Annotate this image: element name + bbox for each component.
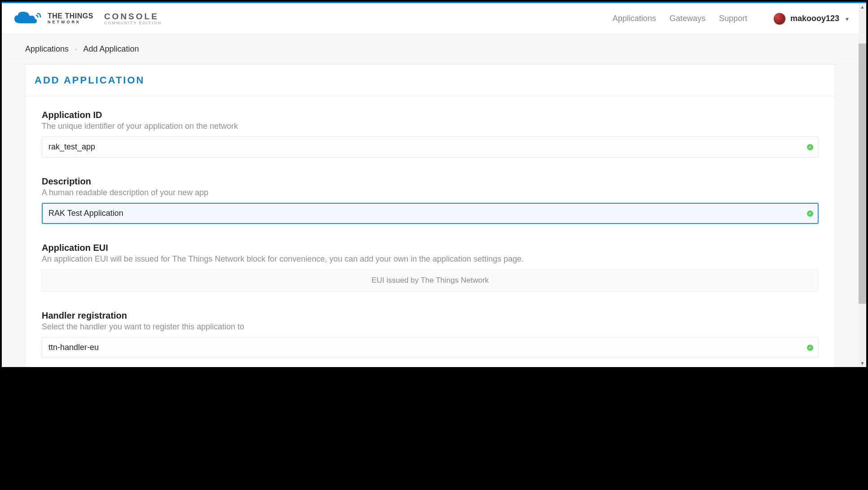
nav-support[interactable]: Support (719, 14, 747, 23)
field-application-id: Application ID The unique identifier of … (42, 110, 819, 158)
user-menu[interactable]: makoooy123 ▾ (773, 13, 849, 25)
check-icon (807, 345, 813, 351)
input-application-id[interactable] (42, 136, 819, 158)
breadcrumb-add-application: Add Application (83, 44, 139, 54)
breadcrumb-bar: Applications › Add Application (2, 35, 859, 64)
nav-applications[interactable]: Applications (613, 14, 656, 23)
scroll-up-icon[interactable]: ▲ (859, 3, 866, 11)
select-handler[interactable]: ttn-handler-eu (42, 337, 819, 358)
help-handler: Select the handler you want to register … (42, 322, 819, 332)
nav-gateways[interactable]: Gateways (670, 14, 706, 23)
page-title: ADD APPLICATION (26, 65, 835, 96)
logo[interactable]: THE THINGS NETWORK CONSOLE COMMUNITY EDI… (12, 10, 162, 28)
username: makoooy123 (790, 14, 839, 23)
field-handler: Handler registration Select the handler … (42, 311, 819, 358)
card-body: Application ID The unique identifier of … (26, 96, 835, 367)
nav-links: Applications Gateways Support makoooy123… (613, 13, 849, 25)
avatar (773, 13, 786, 25)
console-title: CONSOLE (104, 12, 162, 21)
scrollbar[interactable]: ▲ ▼ (859, 3, 866, 367)
logo-text: THE THINGS NETWORK (48, 13, 93, 24)
field-description: Description A human readable description… (42, 176, 819, 224)
help-description: A human readable description of your new… (42, 188, 819, 197)
check-icon (807, 210, 813, 217)
readonly-eui: EUI issued by The Things Network (42, 269, 819, 292)
label-application-id: Application ID (42, 110, 819, 120)
check-icon (807, 144, 813, 150)
card: ADD APPLICATION Application ID The uniqu… (25, 64, 835, 367)
chevron-right-icon: › (75, 46, 77, 52)
help-application-id: The unique identifier of your applicatio… (42, 122, 819, 131)
scrollbar-thumb[interactable] (859, 44, 866, 304)
console-text: CONSOLE COMMUNITY EDITION (104, 12, 162, 25)
breadcrumb-applications[interactable]: Applications (25, 44, 69, 54)
console-sub: COMMUNITY EDITION (104, 21, 162, 25)
input-description[interactable] (42, 203, 819, 224)
label-handler: Handler registration (42, 311, 819, 321)
scroll-down-icon[interactable]: ▼ (859, 359, 866, 367)
header: THE THINGS NETWORK CONSOLE COMMUNITY EDI… (2, 3, 859, 35)
logo-brand: THE THINGS (48, 13, 93, 20)
cloud-icon (12, 10, 43, 28)
page-body: ADD APPLICATION Application ID The uniqu… (2, 64, 859, 367)
app-viewport: THE THINGS NETWORK CONSOLE COMMUNITY EDI… (2, 2, 866, 367)
select-handler-value: ttn-handler-eu (48, 343, 99, 352)
logo-sub: NETWORK (48, 20, 93, 24)
label-description: Description (42, 176, 819, 187)
label-application-eui: Application EUI (42, 243, 819, 253)
help-application-eui: An application EUI will be issued for Th… (42, 254, 819, 264)
field-application-eui: Application EUI An application EUI will … (42, 243, 819, 292)
chevron-down-icon: ▾ (846, 15, 849, 22)
breadcrumb: Applications › Add Application (25, 44, 835, 54)
